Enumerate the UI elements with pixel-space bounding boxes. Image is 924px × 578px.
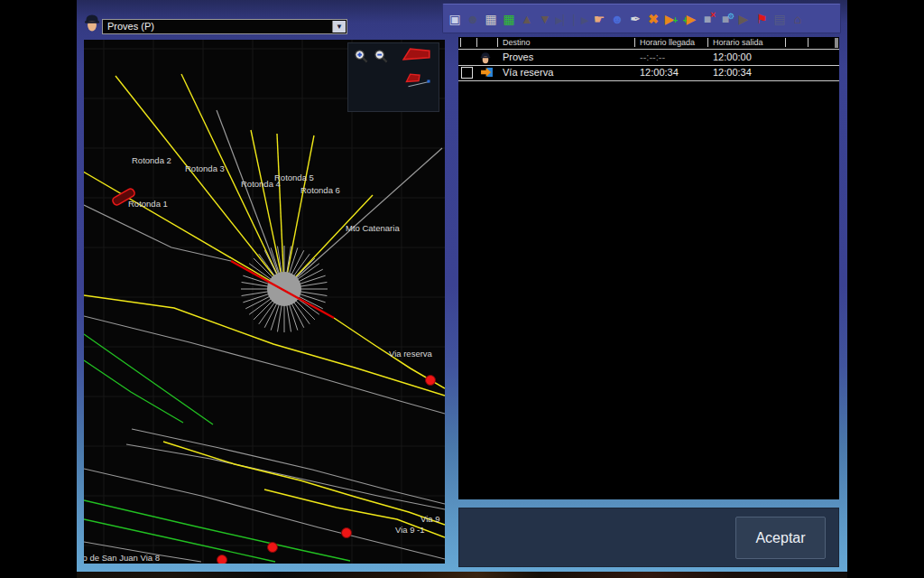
track-line [163, 442, 445, 525]
column-header-destino[interactable]: Destino [503, 38, 531, 47]
signal-light [217, 555, 227, 564]
people-icon[interactable]: ☻☻ [608, 7, 626, 31]
assign-track-icon [480, 67, 493, 79]
selected-route [231, 261, 334, 318]
accept-button[interactable]: Aceptar [735, 517, 826, 559]
map-label: Rotonda 2 [132, 155, 171, 165]
header-divider [785, 38, 786, 47]
map-label: Via 9 -1 [395, 525, 425, 535]
track-line [132, 429, 445, 504]
map-label: Rotonda 1 [128, 199, 168, 209]
grid-green-icon[interactable]: ▦ [500, 7, 518, 31]
track-line [251, 130, 284, 289]
map-label: Rotonda 5 [274, 172, 314, 182]
station-dropdown[interactable]: Proves (P) ▼ [102, 19, 347, 34]
map-label: Mto Catenaria [346, 223, 400, 233]
cell-destino: Proves [503, 50, 533, 65]
save-icon[interactable]: ▣ [446, 7, 464, 31]
add-route-icon[interactable]: +▶ [680, 7, 698, 31]
track-line [84, 205, 231, 261]
footer-panel: Aceptar [458, 508, 839, 567]
flag-icon[interactable]: ⚑ [753, 7, 771, 31]
track-map[interactable]: Rotonda 2Rotonda 3Rotonda 4Rotonda 5Roto… [84, 40, 445, 564]
zoom-out-icon[interactable] [374, 49, 389, 64]
view-cursor-icon[interactable] [404, 70, 433, 91]
map-label: Mto de San Juan Via 8 [84, 553, 160, 563]
lock-cancel-icon[interactable]: ■× [698, 7, 716, 31]
view-area-icon[interactable] [402, 47, 431, 62]
box-gear-icon[interactable]: ■⚙ [716, 7, 735, 31]
track-line [84, 316, 445, 414]
cell-salida: 12:00:00 [713, 50, 752, 65]
chevron-down-icon[interactable]: ▼ [332, 21, 346, 33]
track-line [84, 334, 213, 424]
header-divider [497, 38, 498, 47]
column-header-llegada[interactable]: Horario llegada [640, 38, 695, 47]
top-bar: Proves (P) ▼ ▣☻▦▦▲▼▶▏▏▶☛☻☻✒✖▶++▶■×■⚙▶⚑▤⌂ [77, 0, 847, 36]
scrollbar-thumb[interactable] [835, 38, 838, 48]
grid-icon[interactable]: ▦ [482, 7, 500, 31]
arrow-up-icon[interactable]: ▲ [518, 7, 536, 31]
cell-destino: Vía reserva [503, 65, 553, 80]
skip-left-icon[interactable]: ▏▶ [572, 7, 590, 31]
row-checkbox[interactable] [461, 67, 473, 79]
background-strip [77, 572, 847, 578]
table-row-via-reserva[interactable]: Vía reserva 12:00:34 12:00:34 [458, 65, 839, 81]
track-map-panel: Rotonda 2Rotonda 3Rotonda 4Rotonda 5Roto… [84, 40, 445, 564]
hand-icon[interactable]: ☛ [590, 7, 608, 31]
track-line [84, 295, 445, 396]
track-line [84, 500, 350, 561]
depot-icon[interactable]: ⌂ [789, 7, 807, 31]
desktop-background: Proves (P) ▼ ▣☻▦▦▲▼▶▏▏▶☛☻☻✒✖▶++▶■×■⚙▶⚑▤⌂… [0, 0, 924, 578]
map-label: Rotonda 3 [185, 163, 225, 173]
cell-llegada: --:--:-- [640, 50, 665, 65]
console-icon[interactable]: ▤ [771, 7, 789, 31]
table-header: Destino Horario llegada Horario salida [458, 37, 839, 49]
signal-light [342, 528, 352, 538]
app-window: Proves (P) ▼ ▣☻▦▦▲▼▶▏▏▶☛☻☻✒✖▶++▶■×■⚙▶⚑▤⌂… [77, 0, 847, 572]
signal-light [426, 376, 436, 386]
arrow-right-icon[interactable]: ▶ [735, 7, 753, 31]
zoom-in-icon[interactable] [354, 49, 369, 64]
header-divider [808, 38, 808, 47]
map-label: Via reserva [389, 349, 433, 359]
add-train-icon[interactable]: ▶+ [662, 7, 680, 31]
table-row-proves[interactable]: Proves --:--:-- 12:00:00 [458, 49, 839, 66]
arrow-down-icon[interactable]: ▼ [536, 7, 554, 31]
column-header-salida[interactable]: Horario salida [713, 38, 763, 47]
skip-right-icon[interactable]: ▶▏ [554, 7, 572, 31]
header-divider [634, 38, 635, 47]
dropdown-value: Proves (P) [107, 20, 154, 33]
map-label: Via 9 [420, 514, 439, 524]
user-icon[interactable]: ☻ [464, 7, 482, 31]
inkwell-pen-icon[interactable]: ✒ [626, 7, 644, 31]
map-toolbox [347, 42, 439, 112]
cell-llegada: 12:00:34 [640, 65, 679, 80]
expand-arrows-icon[interactable]: ✖ [644, 7, 662, 31]
turntable-hub [267, 272, 301, 306]
cell-salida: 12:00:34 [713, 65, 752, 80]
schedule-panel: Destino Horario llegada Horario salida P… [458, 37, 839, 499]
track-line [217, 110, 284, 289]
signal-light [268, 543, 278, 553]
conductor-icon [84, 13, 100, 34]
toolbar: ▣☻▦▦▲▼▶▏▏▶☛☻☻✒✖▶++▶■×■⚙▶⚑▤⌂ [442, 4, 841, 33]
conductor-icon [480, 51, 493, 63]
header-divider [460, 38, 461, 47]
track-line [284, 195, 373, 289]
header-divider [707, 38, 708, 47]
map-label: Rotonda 6 [300, 185, 340, 195]
header-divider [476, 38, 477, 47]
